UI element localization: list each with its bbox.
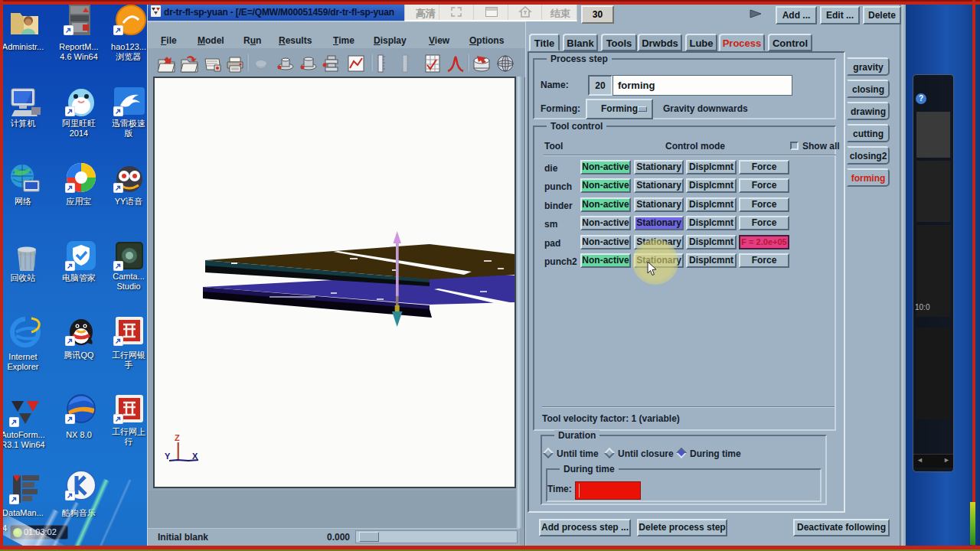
svg-text:Z: Z [175, 433, 180, 442]
svg-text:Y: Y [165, 452, 171, 461]
svg-text:X: X [192, 452, 198, 461]
